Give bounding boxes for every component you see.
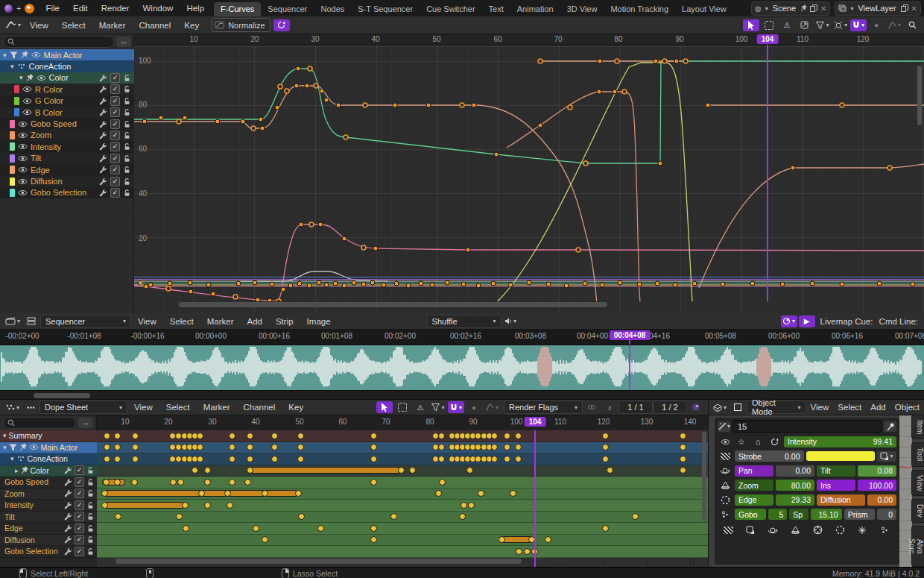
dope-key-row-main-actor[interactable] [97,442,708,454]
held-key-bar[interactable] [104,502,185,509]
swatch-tool-icon[interactable] [743,524,758,535]
star-icon[interactable]: ☆ [734,436,749,447]
dope-key-row-summary[interactable] [97,430,708,442]
dope-h-scrollbar[interactable] [116,559,522,564]
link-icon[interactable] [583,401,600,413]
keyframe[interactable] [101,502,108,509]
strobe-tool-icon[interactable] [721,524,735,535]
target-channel-field[interactable]: 15 [732,420,882,433]
render-flags-dropdown[interactable]: Render Flags▾ [504,400,583,414]
sidebar-tab-alva-sorc[interactable]: Alva Sorc [911,526,924,567]
seq-menu-add[interactable]: Add [240,313,268,330]
keyframe[interactable] [515,433,522,439]
keyframe[interactable] [438,433,445,439]
parameter-cell[interactable]: Prism [844,509,876,520]
workspace-tab-text[interactable]: Text [482,2,510,16]
dope-channel-gobo-selection[interactable]: Gobo Selection✓ [0,546,97,558]
keyframe[interactable] [680,444,686,450]
sidebar-tab-view[interactable]: View [911,470,924,497]
graph-menu-key[interactable]: Key [177,17,206,34]
home-icon[interactable]: ⌂ [750,436,765,447]
mode-dropdown[interactable]: Object Mode▾ [747,400,806,414]
frame-count-field-2[interactable]: 1 / 2 [653,400,687,414]
keyframe[interactable] [504,456,510,462]
sequencer-time-ruler[interactable]: -00:02+00-00:01+08-00:00+1600:00+0000:00… [0,330,924,345]
copy-icon[interactable] [901,4,908,12]
copy-icon[interactable] [810,4,817,12]
music-note-icon[interactable]: ♪ [601,401,618,413]
remove-viewlayer-icon[interactable]: ✕ [911,4,917,13]
normalize-toggle[interactable]: Normalize [212,18,270,32]
sidebar-tab-dev[interactable]: Dev [911,499,924,523]
dope-key-row-gobo-selection[interactable] [97,546,708,558]
keyframe[interactable] [466,467,473,474]
parameter-cell[interactable]: Zoom [735,480,773,491]
keyframe[interactable] [438,456,445,462]
playhead-line[interactable] [534,430,536,567]
parameter-cell[interactable]: Tilt [817,465,855,477]
channel-row-b-color[interactable]: B Color✓ [0,107,134,118]
dope-channel-zoom[interactable]: Zoom✓ [0,489,97,500]
current-frame-badge[interactable]: 104 [525,417,546,427]
channel-row-tilt[interactable]: Tilt✓ [0,153,134,164]
keyframe[interactable] [478,490,484,497]
channel-row-color[interactable]: ▾Color✓ [0,72,134,84]
dope-mode-dropdown[interactable]: Dope Sheet▾ [39,400,127,414]
blend-mode-dropdown[interactable]: Shuffle▾ [427,315,501,328]
graph-menu-marker[interactable]: Marker [92,17,133,34]
keyframe[interactable] [435,490,442,497]
parameter-cell[interactable]: Strobe0.00 [735,450,804,462]
keyframe[interactable] [253,525,259,532]
held-key-bar[interactable] [250,467,401,474]
keyframe[interactable] [104,444,110,450]
parameter-cell[interactable]: 80.00 [776,480,814,491]
editor-type-fcurve-icon[interactable]: ▾ [4,19,22,31]
dope-channel-tilt[interactable]: Tilt✓ [0,512,97,524]
keyframe[interactable] [370,433,377,439]
parameter-cell[interactable]: 15.10 [811,509,842,520]
parameter-cell[interactable]: 29.33 [776,494,814,506]
falloff-curve-icon[interactable]: ▾ [484,401,500,413]
keyframe[interactable] [370,525,377,532]
graph-editor-canvas[interactable]: 102030405060708090100110120104 100806040… [134,34,924,313]
keyframe[interactable] [176,513,183,520]
filter-icon[interactable]: ▾ [814,19,831,31]
frame-count-field-1[interactable]: 1 / 1 [618,400,653,414]
keyframe[interactable] [104,433,110,439]
graph-menu-channel[interactable]: Channel [132,17,177,34]
keyframe[interactable] [515,456,522,462]
overlay-orb-icon[interactable]: ▾ [781,315,797,327]
seq-menu-select[interactable]: Select [163,313,200,330]
dope-menu-marker[interactable]: Marker [197,399,237,415]
keyframe[interactable] [468,502,475,509]
dope-key-row-coneaction[interactable] [97,453,708,465]
keyframe[interactable] [103,479,110,486]
keyframe[interactable] [197,444,203,450]
sidebar-tab-item[interactable]: Item [911,415,924,439]
strobe-icon[interactable] [718,450,732,462]
playhead-line[interactable] [629,340,630,345]
keyframe[interactable] [524,548,531,555]
keyframe[interactable] [504,433,510,439]
channel-row-g-color[interactable]: G Color✓ [0,95,134,107]
parameter-cell[interactable]: 0.00 [867,494,896,506]
filter-icon[interactable]: ▾ [430,401,446,413]
keyframe[interactable] [680,456,686,462]
editor-type-dope-icon[interactable]: ▾ [4,401,21,413]
auto-normalize-refresh-button[interactable] [273,19,290,31]
keyframe[interactable] [297,433,304,439]
pantilt-icon[interactable] [718,465,732,477]
dope-channel-main-actor[interactable]: ▾Main Actor [0,442,97,454]
keyframe[interactable] [132,444,139,450]
keyframe[interactable] [177,479,184,486]
dope-channel-color[interactable]: ▸Color✓ [0,465,97,477]
keyframe[interactable] [545,536,551,543]
swatch-options-button[interactable]: ▾ [877,451,896,462]
keyframe[interactable] [515,444,522,450]
graph-frame-ruler[interactable]: 102030405060708090100110120104 [134,34,924,45]
vp-menu-select[interactable]: Select [833,399,866,415]
proportional-edit-icon[interactable]: ● [868,19,885,31]
keyframe[interactable] [602,444,609,450]
keyframe[interactable] [183,525,189,532]
keyframe[interactable] [398,467,405,474]
